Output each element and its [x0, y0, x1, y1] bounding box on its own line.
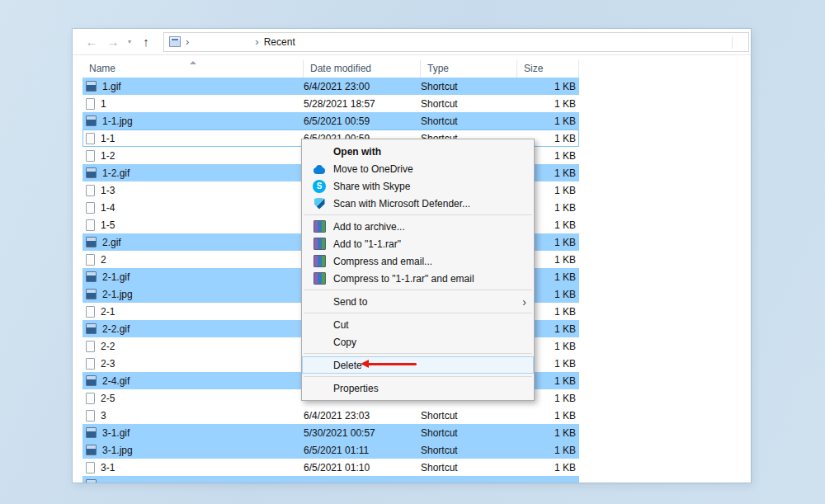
file-row[interactable]: 3-1.jpg6/5/2021 01:11Shortcut1 KB [82, 441, 579, 459]
file-name-cell [82, 479, 304, 483]
menu-item-label: Compress and email... [333, 256, 432, 267]
menu-item-compress-and-email[interactable]: Compress and email... [302, 252, 534, 270]
back-icon[interactable]: ← [81, 29, 102, 55]
file-name: 2 [101, 254, 106, 266]
winrar-icon [313, 238, 326, 251]
file-name-cell: 1-1.jpg [82, 115, 304, 127]
image-file-icon [86, 115, 97, 126]
image-file-icon [86, 237, 97, 247]
skype-icon: S [313, 180, 326, 193]
file-size: 1 KB [517, 427, 579, 439]
menu-item-label: Add to archive... [333, 221, 405, 233]
file-size: 1 KB [517, 81, 579, 92]
menu-item-label: Scan with Microsoft Defender... [333, 198, 470, 210]
menu-item-label: Copy [333, 337, 356, 348]
file-row[interactable] [82, 476, 579, 483]
file-name-cell: 1 [82, 98, 304, 110]
recent-folder-icon[interactable] [169, 36, 181, 47]
menu-item-move-to-onedrive[interactable]: Move to OneDrive [302, 160, 534, 177]
navigation-toolbar: ← → ▾ ↑ › › Recent [73, 29, 751, 55]
file-name: 2-5 [101, 393, 115, 404]
file-name: 2-1.jpg [102, 289, 133, 300]
file-name-cell: 1-1 [82, 133, 304, 144]
menu-item-label: Properties [333, 383, 379, 394]
file-name: 3 [101, 410, 106, 422]
file-date-modified: 5/28/2021 18:57 [304, 98, 421, 110]
file-name-cell: 3-1.gif [82, 427, 304, 439]
menu-item-label: Send to [333, 296, 367, 308]
menu-item-add-to-1-1-rar[interactable]: Add to "1-1.rar" [302, 235, 534, 252]
breadcrumb-chevron-icon[interactable]: › [182, 35, 192, 48]
column-header-date-modified[interactable]: Date modified [304, 60, 421, 78]
winrar-icon [313, 255, 326, 268]
menu-item-send-to[interactable]: Send to› [302, 293, 534, 310]
file-name: 1 [101, 98, 106, 110]
sort-ascending-icon [190, 61, 196, 64]
red-arrow-annotation [361, 360, 418, 369]
menu-icon-spacer [313, 145, 326, 158]
history-dropdown-icon[interactable]: ▾ [124, 38, 135, 45]
file-name-cell: 1-5 [82, 219, 304, 231]
file-name: 3-1 [101, 462, 115, 473]
file-name: 1-5 [101, 219, 115, 231]
image-file-icon [86, 445, 97, 455]
file-name: 1-3 [101, 185, 115, 196]
file-date-modified: 6/4/2021 23:00 [304, 81, 421, 92]
menu-item-add-to-archive[interactable]: Add to archive... [302, 218, 534, 235]
menu-item-properties[interactable]: Properties [302, 379, 534, 397]
menu-item-open-with[interactable]: Open with [302, 143, 534, 160]
file-type: Shortcut [421, 81, 517, 92]
address-bar[interactable]: › › Recent [163, 32, 749, 52]
image-file-icon [86, 375, 97, 386]
file-name-cell: 2-5 [82, 393, 304, 404]
file-type: Shortcut [421, 115, 517, 127]
column-header-type[interactable]: Type [421, 60, 517, 78]
file-name-cell: 1-2.gif [82, 167, 304, 179]
menu-item-share-with-skype[interactable]: SShare with Skype [302, 177, 534, 195]
menu-item-label: Cut [333, 319, 349, 331]
column-header-size[interactable]: Size [517, 60, 579, 78]
document-icon [86, 306, 95, 318]
file-name-cell: 3-1.jpg [82, 445, 304, 456]
file-row[interactable]: 3-16/5/2021 01:10Shortcut1 KB [82, 459, 579, 476]
menu-icon-spacer [313, 382, 326, 395]
file-date-modified: 5/30/2021 00:57 [304, 427, 421, 439]
menu-item-label: Delete [333, 360, 362, 371]
file-name: 2-2.gif [102, 323, 130, 335]
breadcrumb-chevron-icon[interactable]: › [252, 35, 262, 48]
file-date-modified: 6/5/2021 01:10 [304, 462, 421, 473]
file-name-cell: 2-3 [82, 358, 304, 370]
menu-item-compress-to-1-1-rar-and-email[interactable]: Compress to "1-1.rar" and email [302, 270, 534, 287]
forward-icon[interactable]: → [102, 29, 124, 55]
up-icon[interactable]: ↑ [135, 29, 157, 55]
menu-icon-spacer [313, 295, 326, 309]
file-type: Shortcut [421, 410, 517, 422]
file-row[interactable]: 1.gif6/4/2021 23:00Shortcut1 KB [82, 78, 579, 95]
file-row[interactable]: 36/4/2021 23:03Shortcut1 KB [82, 407, 579, 424]
file-name-cell: 2-4.gif [82, 375, 304, 387]
file-name-cell: 2-2.gif [82, 323, 304, 335]
file-name: 2-2 [101, 341, 115, 352]
submenu-arrow-icon: › [522, 296, 526, 308]
document-icon [86, 133, 95, 144]
file-row[interactable]: 15/28/2021 18:57Shortcut1 KB [82, 95, 579, 112]
file-date-modified: 6/5/2021 00:59 [304, 115, 421, 127]
document-icon [86, 219, 95, 231]
file-name-cell: 3-1 [82, 462, 304, 473]
image-file-icon [86, 323, 97, 334]
file-name: 3-1.jpg [102, 445, 133, 456]
file-name: 2-4.gif [102, 375, 130, 387]
file-row[interactable]: 3-1.gif5/30/2021 00:57Shortcut1 KB [82, 424, 579, 441]
breadcrumb-location[interactable]: Recent [262, 36, 297, 48]
menu-item-cut[interactable]: Cut [302, 316, 534, 333]
image-file-icon [86, 167, 97, 178]
menu-item-scan-with-microsoft-defender[interactable]: Scan with Microsoft Defender... [302, 195, 534, 212]
file-name-cell: 1-2 [82, 150, 304, 162]
document-icon [86, 150, 95, 162]
file-row[interactable]: 1-1.jpg6/5/2021 00:59Shortcut1 KB [82, 112, 579, 130]
menu-item-copy[interactable]: Copy [302, 333, 534, 351]
column-headers: Name Date modified Type Size [82, 60, 579, 78]
file-name: 2-3 [101, 358, 115, 370]
file-name: 2.gif [102, 237, 121, 248]
file-type: Shortcut [421, 427, 517, 439]
